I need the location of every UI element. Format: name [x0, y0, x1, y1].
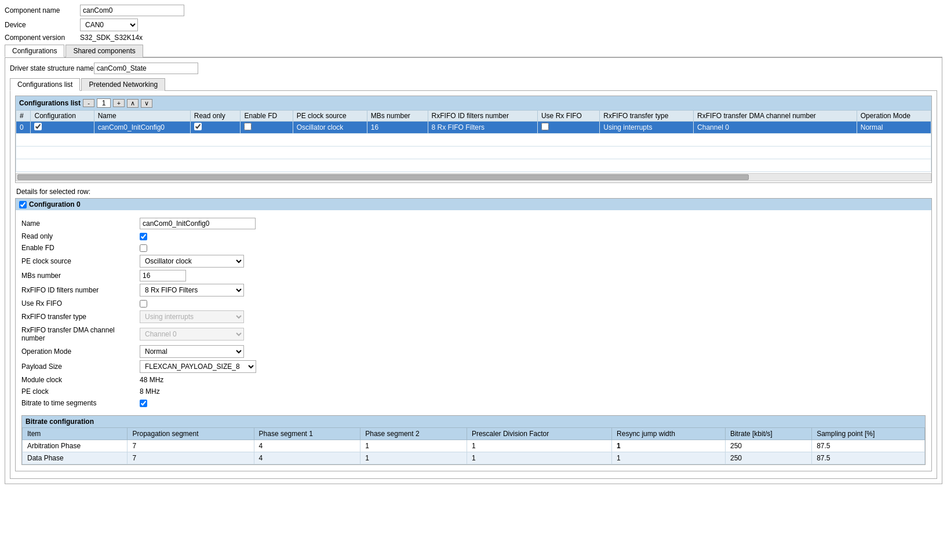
name-input[interactable]: [140, 218, 256, 229]
col-op-mode: Operation Mode: [857, 111, 931, 122]
pe-clock-label: PE clock source: [21, 254, 137, 268]
rxfifo-dma-select[interactable]: Channel 0 Channel 1: [140, 328, 244, 341]
cell-config-checkbox[interactable]: [34, 123, 42, 130]
component-version-value: S32_SDK_S32K14x: [80, 34, 143, 42]
pe-clock-select[interactable]: Oscillator clock System clock: [140, 255, 244, 268]
data-sampling: 87.5: [812, 452, 925, 464]
configs-table: # Configuration Name Read only Enable FD…: [16, 110, 931, 172]
bitrate-col-item: Item: [23, 428, 128, 440]
configs-list-title: Configurations list: [19, 99, 81, 107]
configs-table-scroll[interactable]: # Configuration Name Read only Enable FD…: [16, 110, 931, 172]
bitrate-table: Item Propagation segment Phase segment 1…: [22, 427, 925, 464]
cell-num: 0: [16, 122, 31, 134]
col-name: Name: [94, 111, 190, 122]
cell-rxfifo-dma: Channel 0: [694, 122, 857, 134]
op-mode-select[interactable]: Normal Listen Only Loopback: [140, 345, 244, 358]
inner-tabs-bar: Configurations list Pretended Networking: [10, 78, 937, 91]
col-rxfifo-type: RxFIFO transfer type: [600, 111, 694, 122]
data-phase-seg2: 1: [360, 452, 467, 464]
page: Component name Device CAN0 Component ver…: [0, 0, 947, 560]
read-only-checkbox[interactable]: [140, 233, 147, 240]
col-configuration: Configuration: [31, 111, 94, 122]
horizontal-scrollbar[interactable]: [16, 173, 931, 181]
use-rx-fifo-checkbox[interactable]: [140, 300, 147, 308]
component-version-label: Component version: [5, 34, 80, 42]
tab-shared-components[interactable]: Shared components: [65, 45, 143, 57]
op-mode-control: Normal Listen Only Loopback: [140, 345, 926, 358]
cell-userxfifo-checkbox[interactable]: [541, 123, 549, 130]
add-config-button[interactable]: +: [113, 99, 125, 107]
configs-table-header: # Configuration Name Read only Enable FD…: [16, 111, 931, 122]
cell-rxfifo-filters: 8 Rx FIFO Filters: [428, 122, 537, 134]
move-up-button[interactable]: ∧: [127, 99, 139, 108]
col-mbs: MBs number: [367, 111, 428, 122]
cell-rxfifo-type: Using interrupts: [600, 122, 694, 134]
device-label: Device: [5, 21, 80, 29]
arb-phase-seg2: 1: [360, 440, 467, 452]
module-clock-value: 48 MHz: [140, 375, 926, 385]
cell-name: canCom0_InitConfig0: [94, 122, 190, 134]
data-item: Data Phase: [23, 452, 128, 464]
configs-list-section: Configurations list - 1 + ∧ ∨ # Configur…: [15, 96, 932, 183]
configs-list-toolbar: Configurations list - 1 + ∧ ∨: [16, 96, 931, 110]
data-prescaler: 1: [467, 452, 611, 464]
rxfifo-filters-select[interactable]: 8 Rx FIFO Filters 16 Rx FIFO Filters 32 …: [140, 284, 244, 297]
data-bitrate: 250: [725, 452, 811, 464]
arb-item: Arbitration Phase: [23, 440, 128, 452]
tab-configurations-list[interactable]: Configurations list: [10, 78, 80, 91]
mbs-control: [140, 269, 926, 282]
tab-pretended-networking[interactable]: Pretended Networking: [81, 78, 165, 91]
inner-tab-content: Configurations list - 1 + ∧ ∨ # Configur…: [10, 91, 937, 479]
component-name-input[interactable]: [80, 5, 184, 16]
driver-state-label: Driver state structure name: [10, 64, 94, 72]
cell-readonly-checkbox[interactable]: [194, 123, 202, 130]
device-row: Device CAN0: [5, 19, 942, 31]
config-row-0[interactable]: 0 canCom0_InitConfig0 Oscillator clock 1…: [16, 122, 931, 134]
payload-select[interactable]: FLEXCAN_PAYLOAD_SIZE_8 FLEXCAN_PAYLOAD_S…: [140, 360, 256, 373]
config-row-empty-3: [16, 159, 931, 172]
module-clock-label: Module clock: [21, 375, 137, 385]
details-section: Configuration 0 Name Read only: [15, 198, 932, 471]
enable-fd-checkbox[interactable]: [140, 244, 147, 252]
cell-op-mode: Normal: [857, 122, 931, 134]
arb-prescaler: 1: [467, 440, 611, 452]
bitrate-tts-control: [140, 398, 926, 408]
driver-state-input[interactable]: [94, 63, 198, 74]
mbs-input[interactable]: [140, 270, 186, 281]
col-rxfifo-filters: RxFIFO ID filters number: [428, 111, 537, 122]
move-down-button[interactable]: ∨: [141, 99, 152, 108]
read-only-control: [140, 231, 926, 241]
tab-configurations[interactable]: Configurations: [5, 45, 64, 57]
data-prop-seg: 7: [128, 452, 254, 464]
pe-clock-val-label: PE clock: [21, 386, 137, 397]
col-use-rx-fifo: Use Rx FIFO: [537, 111, 599, 122]
bitrate-title: Bitrate configuration: [26, 418, 94, 426]
rxfifo-transfer-label: RxFIFO transfer type: [21, 310, 137, 324]
rxfifo-transfer-select[interactable]: Using interrupts Using DMA: [140, 310, 244, 323]
data-phase-seg1: 4: [254, 452, 360, 464]
remove-config-button[interactable]: -: [83, 99, 94, 107]
pe-clock-control: Oscillator clock System clock: [140, 254, 926, 268]
col-num: #: [16, 111, 31, 122]
col-rxfifo-dma: RxFIFO transfer DMA channel number: [694, 111, 857, 122]
cell-mbs: 16: [367, 122, 428, 134]
device-select[interactable]: CAN0: [80, 19, 138, 31]
cell-enablefd-checkbox[interactable]: [244, 123, 252, 130]
cell-configuration: [31, 122, 94, 134]
bitrate-table-header: Item Propagation segment Phase segment 1…: [23, 428, 925, 440]
cell-enable-fd: [241, 122, 293, 134]
col-enable-fd: Enable FD: [241, 111, 293, 122]
bitrate-tts-checkbox[interactable]: [140, 400, 147, 407]
mbs-label: MBs number: [21, 269, 137, 282]
details-grid: Name Read only Enable FD: [21, 214, 926, 412]
use-rx-fifo-label: Use Rx FIFO: [21, 298, 137, 309]
cell-use-rx-fifo: [537, 122, 599, 134]
bitrate-row-data[interactable]: Data Phase 7 4 1 1 1 250 87.5: [23, 452, 925, 464]
top-tab-content: Driver state structure name Configuratio…: [5, 57, 942, 484]
enable-fd-label: Enable FD: [21, 243, 137, 253]
config0-enable-checkbox[interactable]: [19, 201, 27, 208]
component-version-row: Component version S32_SDK_S32K14x: [5, 34, 942, 42]
bitrate-row-arbitration[interactable]: Arbitration Phase 7 4 1 1 1 250 87.5: [23, 440, 925, 452]
arb-resync: 1: [612, 440, 726, 452]
details-label: Details for selected row:: [15, 185, 932, 198]
